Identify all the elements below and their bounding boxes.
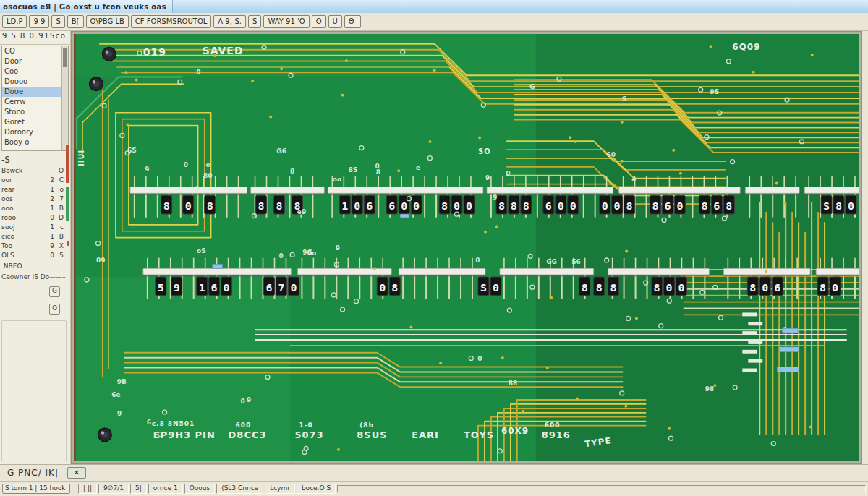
layer-list-item[interactable]: Doooo xyxy=(2,77,68,87)
list-scrollbar-thumb[interactable] xyxy=(63,48,67,67)
svg-text:6Q09: 6Q09 xyxy=(732,42,760,52)
mini-button[interactable]: G xyxy=(49,286,60,297)
layer-list-item[interactable]: Doroory xyxy=(2,127,68,137)
stat-row: BowckO xyxy=(1,166,69,176)
status-segment: Lcymr xyxy=(265,484,295,494)
stat-row: OLS05 xyxy=(1,251,69,260)
svg-text:0: 0 xyxy=(602,200,608,213)
section-label: -S xyxy=(0,152,70,166)
list-scrollbar[interactable] xyxy=(61,46,68,150)
toolbar-button[interactable]: O\PBG LB xyxy=(86,15,129,28)
svg-text:0: 0 xyxy=(676,200,683,213)
layer-list-item[interactable]: Booy o xyxy=(2,137,68,147)
stat-count: 2 xyxy=(45,194,54,204)
layer-listbox[interactable]: CODoorCooDooooDooeCerrwStocoGoretDoroory… xyxy=(1,46,69,151)
pcb-viewport[interactable]: 808888106600800888600008860868S805916067… xyxy=(71,31,862,464)
stat-count: 1 xyxy=(45,204,54,213)
svg-text:6: 6 xyxy=(774,281,780,294)
svg-text:0: 0 xyxy=(832,281,838,294)
svg-text:0: 0 xyxy=(454,200,460,213)
stat-flag: B xyxy=(54,232,64,241)
svg-text:0: 0 xyxy=(379,281,386,294)
status-left-box: S torm 1 | 15 hook xyxy=(2,484,70,494)
svg-text:8: 8 xyxy=(652,200,659,213)
svg-text:98: 98 xyxy=(705,385,714,393)
svg-text:8: 8 xyxy=(290,168,294,175)
stat-row: rear1o xyxy=(1,185,69,194)
svg-text:o: o xyxy=(205,161,210,168)
sidebar-toolbar[interactable]: 9 5 8 0.91Sco xyxy=(0,31,70,45)
stat-name: Too xyxy=(1,241,45,251)
svg-text:6: 6 xyxy=(664,200,671,213)
stat-flag: 5 xyxy=(54,251,64,260)
svg-text:SO: SO xyxy=(478,147,491,155)
stat-count xyxy=(45,166,54,176)
svg-text:80: 80 xyxy=(203,172,212,179)
stat-flag: D xyxy=(54,213,64,223)
svg-text:0: 0 xyxy=(240,398,244,405)
close-tab-button[interactable]: ✕ xyxy=(67,467,86,479)
toolbar-button[interactable]: S xyxy=(248,15,261,28)
toolbar-button[interactable]: WAY 91 'O xyxy=(263,15,309,28)
svg-text:e: e xyxy=(416,164,420,171)
svg-text:D8CC3: D8CC3 xyxy=(229,429,267,440)
toolbar-button[interactable]: Θ- xyxy=(344,15,361,28)
toolbar-button[interactable]: S xyxy=(51,15,64,28)
status-segment: 9∅7/1 xyxy=(98,484,129,494)
strip-red-segment xyxy=(66,145,69,183)
layer-list-item[interactable]: Coo xyxy=(2,67,68,77)
layer-list-item[interactable]: CO xyxy=(2,46,68,56)
svg-text:6e: 6e xyxy=(111,391,120,398)
status-spacer xyxy=(337,485,866,492)
svg-text:8S: 8S xyxy=(349,166,358,174)
layer-list-item[interactable]: Goret xyxy=(2,117,68,127)
svg-text:oS: oS xyxy=(197,247,206,255)
svg-text:6: 6 xyxy=(366,200,373,213)
svg-text:EP9H3 PIN: EP9H3 PIN xyxy=(153,429,216,440)
toolbar-button[interactable]: A 9,-S. xyxy=(213,15,246,28)
svg-text:6S: 6S xyxy=(127,147,137,154)
svg-text:S: S xyxy=(480,281,487,294)
svg-text:0: 0 xyxy=(290,281,297,294)
document-tab[interactable]: G PNC/ IK| xyxy=(7,468,59,478)
stat-row: oor2C xyxy=(1,176,69,185)
svg-text:0: 0 xyxy=(466,200,472,213)
stat-name: rear xyxy=(1,185,45,194)
svg-text:0: 0 xyxy=(614,200,621,213)
svg-text:8: 8 xyxy=(582,281,588,294)
toolbar-button[interactable]: 9 9 xyxy=(29,15,49,28)
svg-text:600: 600 xyxy=(545,422,561,429)
layer-list-item[interactable]: Stoco xyxy=(2,107,68,117)
svg-text:IIUI: IIUI xyxy=(77,150,85,166)
svg-text:6: 6 xyxy=(545,200,552,213)
svg-text:0: 0 xyxy=(570,200,576,213)
toolbar-button[interactable]: B[ xyxy=(67,15,84,28)
svg-text:5: 5 xyxy=(158,281,164,294)
svg-text:8: 8 xyxy=(654,281,660,294)
toolbar-button[interactable]: LD.P xyxy=(2,15,27,28)
toolbar-button[interactable]: U xyxy=(328,15,342,28)
toolbar-button[interactable]: O xyxy=(312,15,326,28)
mini-button[interactable]: O xyxy=(49,304,60,315)
svg-text:9B: 9B xyxy=(117,378,127,385)
status-bar: S torm 1 | 15 hook | ||9∅7/15|ornce 1Ooo… xyxy=(0,481,868,496)
stat-flag: 7 xyxy=(54,194,64,204)
svg-text:8: 8 xyxy=(835,200,842,213)
stat-count: 0 xyxy=(45,251,54,260)
title-bar[interactable]: osocuos eЯ | Go oxst u fcon veuks oas xyxy=(0,0,868,13)
layer-list-item[interactable]: Door xyxy=(2,56,68,67)
svg-text:8: 8 xyxy=(701,200,707,213)
svg-text:0: 0 xyxy=(477,356,482,363)
svg-text:0: 0 xyxy=(354,200,360,213)
mini-buttons: GO xyxy=(0,281,70,315)
stat-row: ooo1B xyxy=(1,204,69,213)
strip-red-dot xyxy=(67,241,69,246)
toolbar-button[interactable]: CF FORSMSROUTOL xyxy=(131,15,212,28)
window-body: 9 5 8 0.91Sco CODoorCooDooooDooeCerrwSto… xyxy=(0,31,868,464)
app-window: osocuos eЯ | Go oxst u fcon veuks oas LD… xyxy=(0,0,868,496)
layer-list-item[interactable]: Cerrw xyxy=(2,97,68,107)
svg-text:8: 8 xyxy=(276,200,282,213)
layer-list-item[interactable]: Dooe xyxy=(2,87,68,97)
svg-text:88: 88 xyxy=(509,380,517,387)
stat-name: Bowck xyxy=(1,166,45,176)
